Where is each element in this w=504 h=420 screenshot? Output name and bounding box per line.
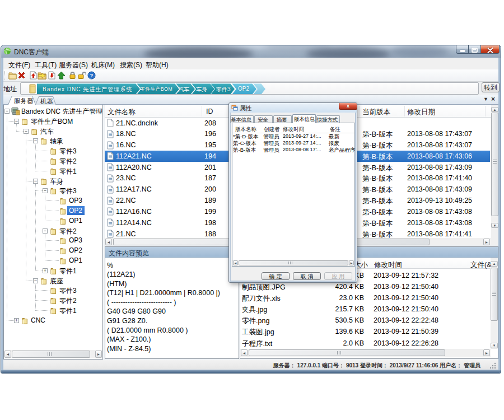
svg-text:?: ? <box>90 72 94 78</box>
